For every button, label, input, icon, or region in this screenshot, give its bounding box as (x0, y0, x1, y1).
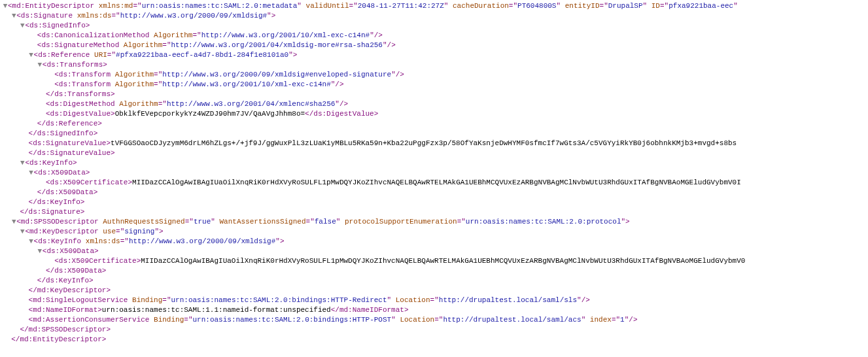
xml-line: <ds:X509Certificate>MIIDazCCAlOgAwIBAgIU… (3, 178, 865, 188)
xml-line: ▼<ds:SignedInfo> (3, 21, 865, 31)
expand-toggle-icon[interactable]: ▼ (29, 237, 34, 246)
xml-line: </md:EntityDescriptor> (3, 335, 865, 345)
xml-line: <ds:X509Certificate>MIIDazCCAlOgAwIBAgIU… (3, 256, 865, 266)
xml-line: <ds:SignatureValue>tVFGGSOaoCDJyzymM6drL… (3, 139, 865, 148)
xml-line: ▼<md:SPSSODescriptor AuthnRequestsSigned… (3, 217, 865, 227)
xml-line: ▼<ds:X509Data> (3, 246, 865, 256)
expand-toggle-icon[interactable]: ▼ (11, 11, 16, 21)
xml-line: ▼<ds:Reference URI="#pfxa9221baa-eecf-a4… (3, 50, 865, 60)
xml-line: </ds:Reference> (3, 119, 865, 129)
xml-line: ▼<ds:Signature xmlns:ds="http://www.w3.o… (3, 11, 865, 21)
xml-line: <ds:DigestValue>ObklkfEVepcporkykYz4WZDJ… (3, 109, 865, 119)
xml-line: <md:SingleLogoutService Binding="urn:oas… (3, 296, 865, 305)
xml-line: <ds:CanonicalizationMethod Algorithm="ht… (3, 31, 865, 41)
xml-line: <md:AssertionConsumerService Binding="ur… (3, 315, 865, 325)
xml-line: <ds:DigestMethod Algorithm="http://www.w… (3, 99, 865, 109)
xml-line: </ds:Transforms> (3, 90, 865, 99)
xml-line: </ds:SignedInfo> (3, 129, 865, 139)
xml-line: </ds:KeyInfo> (3, 197, 865, 207)
expand-toggle-icon[interactable]: ▼ (29, 168, 34, 178)
xml-line: ▼<ds:X509Data> (3, 168, 865, 178)
xml-line: ▼<ds:KeyInfo xmlns:ds="http://www.w3.org… (3, 237, 865, 246)
xml-line: </ds:X509Data> (3, 266, 865, 276)
xml-line: <ds:SignatureMethod Algorithm="http://ww… (3, 41, 865, 50)
expand-toggle-icon[interactable]: ▼ (11, 217, 16, 227)
xml-line: <ds:Transform Algorithm="http://www.w3.o… (3, 80, 865, 90)
expand-toggle-icon[interactable]: ▼ (29, 50, 34, 60)
xml-line: <ds:Transform Algorithm="http://www.w3.o… (3, 70, 865, 80)
xml-line: ▼<md:EntityDescriptor xmlns:md="urn:oasi… (3, 1, 865, 11)
xml-line: </md:SPSSODescriptor> (3, 325, 865, 335)
xml-line: </ds:Signature> (3, 207, 865, 217)
xml-line: </ds:X509Data> (3, 188, 865, 197)
xml-line: </md:KeyDescriptor> (3, 286, 865, 296)
xml-line: ▼<ds:Transforms> (3, 60, 865, 70)
expand-toggle-icon[interactable]: ▼ (37, 60, 43, 70)
xml-line: </ds:KeyInfo> (3, 276, 865, 286)
expand-toggle-icon[interactable]: ▼ (3, 1, 8, 11)
xml-line: ▼<ds:KeyInfo> (3, 158, 865, 168)
xml-line: ▼<md:KeyDescriptor use="signing"> (3, 227, 865, 237)
xml-line: <md:NameIDFormat>urn:oasis:names:tc:SAML… (3, 305, 865, 315)
xml-line: </ds:SignatureValue> (3, 148, 865, 158)
expand-toggle-icon[interactable]: ▼ (37, 246, 43, 256)
